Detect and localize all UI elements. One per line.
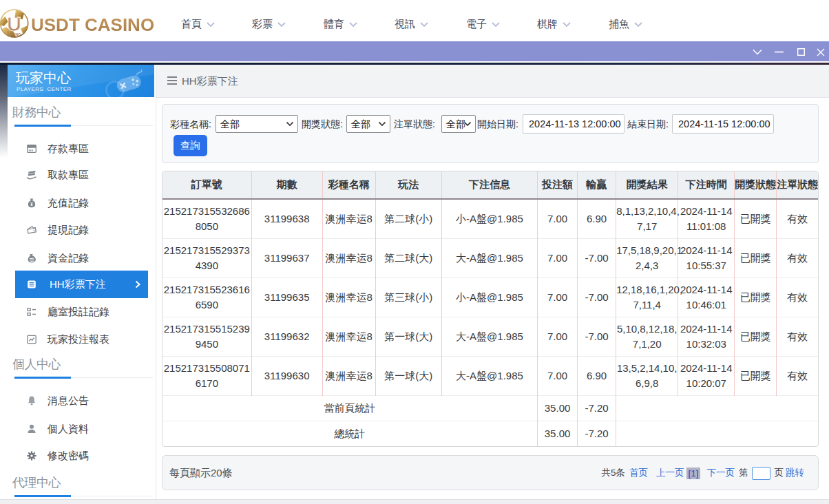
svg-text:CASINO: CASINO [8, 32, 21, 36]
